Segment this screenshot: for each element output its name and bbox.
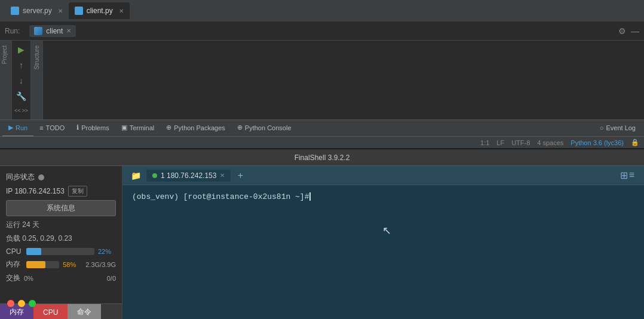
- tab-server-py-close[interactable]: ✕: [58, 8, 63, 14]
- load-row: 负载 0.25, 0.29, 0.23: [6, 234, 116, 244]
- cmd-tab[interactable]: 命令: [68, 304, 101, 320]
- interpreter[interactable]: Python 3.6 (lyc36): [571, 139, 624, 146]
- line-ending: LF: [496, 139, 504, 146]
- mem-progress-bar: [26, 261, 59, 268]
- window-controls: [7, 300, 36, 307]
- folder-icon[interactable]: 📁: [127, 168, 144, 183]
- python-file-icon-2: [75, 7, 83, 15]
- run-actions: ▶ ↑ ↓ 🔧 << >>: [12, 41, 31, 119]
- load-label: 负载 0.25, 0.29, 0.23: [6, 234, 72, 243]
- cpu-progress-bar: [26, 248, 94, 255]
- uptime-row: 运行 24 天: [6, 220, 116, 230]
- terminal-content[interactable]: (obs_venv) [root@instance-0x2us81n ~]#: [122, 185, 644, 319]
- finalshell-titlebar: FinalShell 3.9.2.2: [0, 149, 644, 166]
- tab-server-py-label: server.py: [23, 7, 52, 15]
- terminal-tab-close[interactable]: ✕: [220, 172, 225, 179]
- copy-ip-button[interactable]: 复制: [68, 186, 87, 197]
- code-editor[interactable]: [43, 41, 644, 119]
- tab-run-label: Run: [16, 124, 27, 131]
- tab-terminal-label: Terminal: [130, 124, 155, 131]
- terminal-tab-label: 1 180.76.242.153: [161, 171, 216, 180]
- terminal-tab-1[interactable]: 1 180.76.242.153 ✕: [146, 170, 231, 182]
- info-panel: 同步状态 IP 180.76.242.153 复制 系统信息 运行 24 天 负…: [0, 166, 122, 319]
- grid-view-icon[interactable]: ⊞ ≡: [620, 170, 639, 181]
- mem-detail: 2.3G/3.9G: [85, 261, 116, 268]
- tab-run[interactable]: ▶ Run: [2, 120, 33, 137]
- chevron-left-icon[interactable]: <<: [14, 108, 21, 114]
- cpu-tab-label: CPU: [43, 308, 58, 317]
- tab-python-packages[interactable]: ⊕ Python Packages: [160, 120, 231, 137]
- python-file-icon: [11, 7, 19, 15]
- cpu-percent: 22%: [98, 248, 116, 255]
- finalshell-title: FinalShell 3.9.2.2: [295, 154, 350, 162]
- terminal-cursor: [309, 192, 311, 201]
- connection-status-dot: [152, 173, 157, 178]
- run-icon: ▶: [8, 124, 13, 131]
- event-log-icon: ○: [600, 124, 604, 131]
- sync-status-label: 同步状态: [6, 172, 35, 182]
- tab-problems[interactable]: ℹ Problems: [70, 120, 115, 137]
- cpu-tab[interactable]: CPU: [33, 304, 68, 320]
- console-icon: ⊕: [237, 124, 243, 131]
- tab-event-log[interactable]: ○ Event Log: [594, 120, 642, 137]
- run-tab-close[interactable]: ✕: [66, 27, 71, 34]
- swap-label: 交换: [6, 273, 20, 283]
- ip-label: IP 180.76.242.153: [6, 187, 65, 195]
- tab-python-console[interactable]: ⊕ Python Console: [231, 120, 298, 137]
- editor-tab-bar: server.py ✕ client.py ✕: [0, 0, 644, 22]
- client-run-icon: [34, 27, 42, 35]
- ip-row: IP 180.76.242.153 复制: [6, 186, 116, 197]
- scroll-up-button[interactable]: ↑: [15, 59, 28, 72]
- tab-terminal[interactable]: ▣ Terminal: [115, 120, 161, 137]
- mem-row: 内存 58% 2.3G/3.9G: [6, 259, 116, 269]
- maximize-button[interactable]: [29, 300, 36, 307]
- run-play-button[interactable]: ▶: [15, 43, 28, 56]
- mem-progress-fill: [26, 261, 45, 268]
- run-client-tab[interactable]: client ✕: [29, 25, 76, 37]
- tab-python-packages-label: Python Packages: [174, 124, 225, 131]
- tab-client-py-label: client.py: [87, 7, 113, 15]
- tab-client-py[interactable]: client.py ✕: [69, 2, 130, 19]
- tab-server-py[interactable]: server.py ✕: [5, 2, 69, 19]
- tab-python-console-label: Python Console: [245, 124, 292, 131]
- pycharm-window: server.py ✕ client.py ✕ Run: client ✕ ⚙ …: [0, 0, 644, 148]
- cpu-label: CPU: [6, 247, 23, 256]
- tab-todo-label: TODO: [46, 124, 65, 131]
- packages-icon: ⊕: [166, 124, 171, 131]
- mem-percent: 58%: [63, 261, 79, 268]
- chevron-right-icon[interactable]: >>: [22, 108, 29, 114]
- swap-percent: 0%: [24, 275, 33, 282]
- sys-info-button[interactable]: 系统信息: [6, 200, 116, 216]
- run-tab-label: client: [46, 27, 63, 35]
- close-button[interactable]: [7, 300, 14, 307]
- cursor-position: 1:1: [480, 139, 489, 146]
- structure-label: Structure: [32, 41, 41, 75]
- finalshell-window: FinalShell 3.9.2.2 同步状态 IP 180.76.242.15…: [0, 149, 644, 319]
- minimize-button[interactable]: [18, 300, 25, 307]
- tab-todo[interactable]: ≡ TODO: [33, 120, 70, 137]
- uptime-label: 运行 24 天: [6, 220, 39, 229]
- wrench-icon[interactable]: 🔧: [15, 90, 28, 103]
- sync-status-row: 同步状态: [6, 172, 116, 182]
- terminal-tab-bar: 📁 1 180.76.242.153 ✕ + ⊞ ≡: [122, 166, 644, 185]
- bottom-tab-bar: ▶ Run ≡ TODO ℹ Problems ▣ Terminal ⊕ Pyt…: [0, 119, 644, 136]
- cpu-row: CPU 22%: [6, 247, 116, 256]
- project-label: Project: [0, 41, 11, 69]
- swap-left: 交换 0%: [6, 273, 33, 283]
- minimize-icon[interactable]: —: [631, 26, 639, 36]
- tab-problems-label: Problems: [81, 124, 109, 131]
- swap-row: 交换 0% 0/0: [6, 273, 116, 283]
- mem-label: 内存: [6, 259, 23, 269]
- terminal-area: 📁 1 180.76.242.153 ✕ + ⊞ ≡ (obs_venv) [r…: [122, 166, 644, 319]
- editor-main-area: Run: client ✕ ⚙ — Project ▶ ↑ ↓ 🔧: [0, 22, 644, 148]
- problems-icon: ℹ: [76, 124, 79, 131]
- scroll-down-button[interactable]: ↓: [15, 74, 28, 87]
- terminal-icon: ▣: [121, 124, 127, 131]
- tab-client-py-close[interactable]: ✕: [119, 8, 124, 14]
- cmd-tab-label: 命令: [77, 307, 91, 317]
- swap-detail: 0/0: [107, 275, 116, 282]
- lock-icon: 🔒: [631, 139, 639, 146]
- add-terminal-tab-button[interactable]: +: [233, 168, 247, 183]
- settings-icon[interactable]: ⚙: [618, 26, 626, 36]
- sync-dot-indicator: [38, 174, 44, 180]
